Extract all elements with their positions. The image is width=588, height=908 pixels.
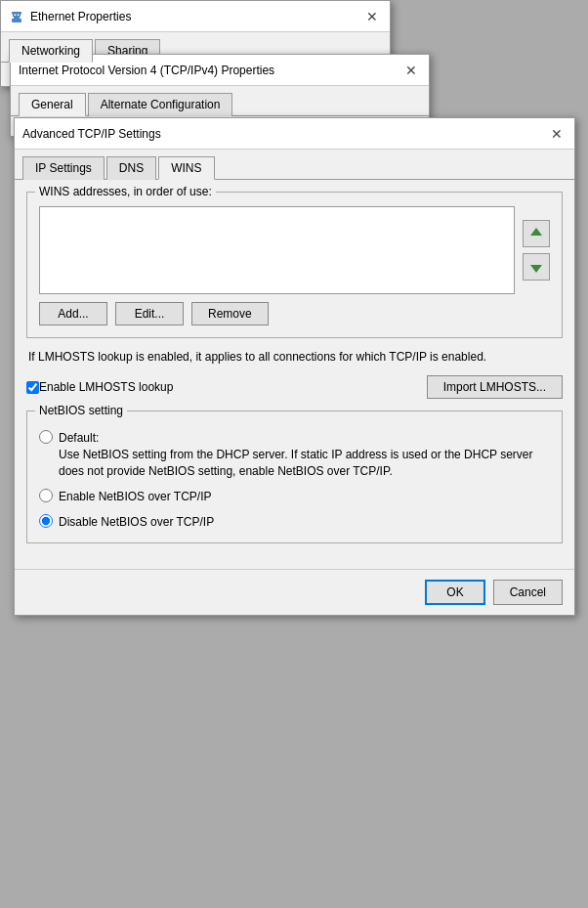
edit-button[interactable]: Edit... — [115, 302, 184, 325]
tab-networking[interactable]: Networking — [9, 39, 93, 63]
advanced-content: WINS addresses, in order of use: — [15, 180, 574, 565]
lmhosts-checkbox-label[interactable]: Enable LMHOSTS lookup — [39, 380, 173, 394]
netbios-enable-label[interactable]: Enable NetBIOS over TCP/IP — [59, 488, 212, 505]
tab-general[interactable]: General — [19, 93, 86, 116]
netbios-default-radio[interactable] — [39, 430, 53, 444]
ethernet-close-button[interactable]: ✕ — [362, 7, 382, 26]
move-down-button[interactable] — [523, 253, 550, 281]
ethernet-title-bar: Ethernet Properties ✕ — [1, 1, 390, 32]
netbios-radio-group: Default: Use NetBIOS setting from the DH… — [39, 429, 550, 531]
wins-area — [39, 206, 550, 294]
netbios-disable-radio[interactable] — [39, 514, 53, 528]
advanced-tab-bar: IP Settings DNS WINS — [15, 150, 574, 180]
netbios-enable-radio[interactable] — [39, 489, 53, 502]
wins-addresses-legend: WINS addresses, in order of use: — [35, 185, 216, 198]
netbios-disable-option: Disable NetBIOS over TCP/IP — [39, 513, 550, 531]
ipv4-tab-bar: General Alternate Configuration — [11, 86, 429, 116]
netbios-default-label[interactable]: Default: — [59, 429, 99, 447]
wins-listbox[interactable] — [39, 206, 515, 294]
lmhosts-info-text: If LMHOSTS lookup is enabled, it applies… — [26, 348, 563, 366]
ethernet-title-text: Ethernet Properties — [30, 10, 131, 23]
svg-rect-5 — [12, 12, 21, 15]
tab-ip-settings[interactable]: IP Settings — [22, 156, 105, 180]
tab-alternate-config[interactable]: Alternate Configuration — [88, 93, 233, 116]
tab-dns[interactable]: DNS — [106, 156, 156, 180]
netbios-default-desc: Use NetBIOS setting from the DHCP server… — [59, 447, 550, 480]
import-lmhosts-button[interactable]: Import LMHOSTS... — [427, 375, 563, 399]
svg-marker-6 — [530, 228, 542, 236]
up-arrow-icon — [528, 226, 544, 241]
netbios-legend: NetBIOS setting — [35, 404, 127, 417]
lmhosts-checkbox[interactable] — [26, 381, 39, 394]
move-up-button[interactable] — [523, 220, 550, 247]
remove-button[interactable]: Remove — [191, 302, 269, 325]
tab-wins[interactable]: WINS — [158, 156, 214, 180]
arrow-buttons — [523, 206, 550, 294]
ipv4-close-button[interactable]: ✕ — [401, 61, 421, 80]
advanced-title-bar: Advanced TCP/IP Settings ✕ — [15, 118, 574, 150]
ok-button[interactable]: OK — [425, 580, 484, 605]
wins-addresses-group: WINS addresses, in order of use: — [26, 192, 563, 338]
advanced-title-text: Advanced TCP/IP Settings — [22, 127, 161, 141]
advanced-tcpip-window: Advanced TCP/IP Settings ✕ IP Settings D… — [14, 117, 575, 616]
netbios-default-option: Default: Use NetBIOS setting from the DH… — [39, 429, 550, 480]
lmhosts-row: Enable LMHOSTS lookup Import LMHOSTS... — [26, 375, 563, 399]
advanced-close-button[interactable]: ✕ — [547, 124, 567, 144]
down-arrow-icon — [528, 259, 544, 275]
dialog-footer: OK Cancel — [15, 569, 574, 615]
svg-marker-7 — [530, 265, 542, 273]
ethernet-icon — [9, 9, 24, 24]
wins-action-buttons: Add... Edit... Remove — [39, 302, 550, 325]
cancel-button[interactable]: Cancel — [493, 580, 563, 605]
netbios-enable-option: Enable NetBIOS over TCP/IP — [39, 488, 550, 505]
netbios-group: NetBIOS setting Default: Use NetBIOS set… — [26, 411, 563, 543]
netbios-disable-label[interactable]: Disable NetBIOS over TCP/IP — [59, 513, 214, 531]
ipv4-title-text: Internet Protocol Version 4 (TCP/IPv4) P… — [19, 64, 274, 77]
add-button[interactable]: Add... — [39, 302, 107, 325]
